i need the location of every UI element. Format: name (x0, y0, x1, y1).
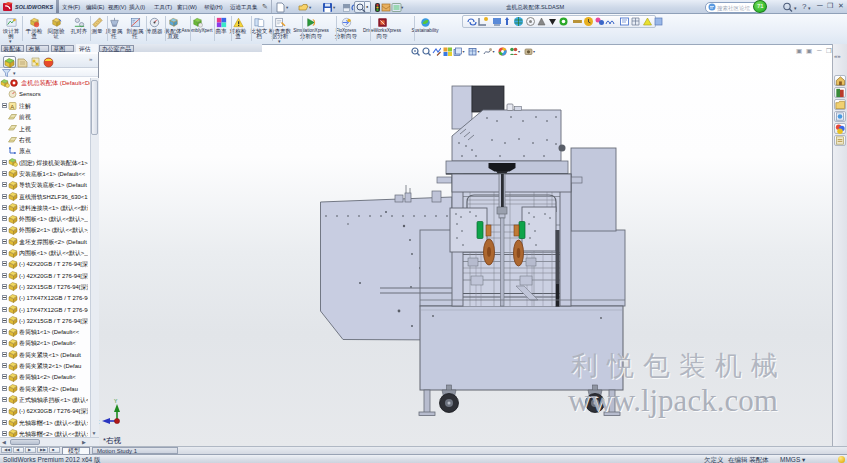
svg-text:A: A (10, 103, 14, 109)
svg-text:Y: Y (114, 398, 118, 404)
